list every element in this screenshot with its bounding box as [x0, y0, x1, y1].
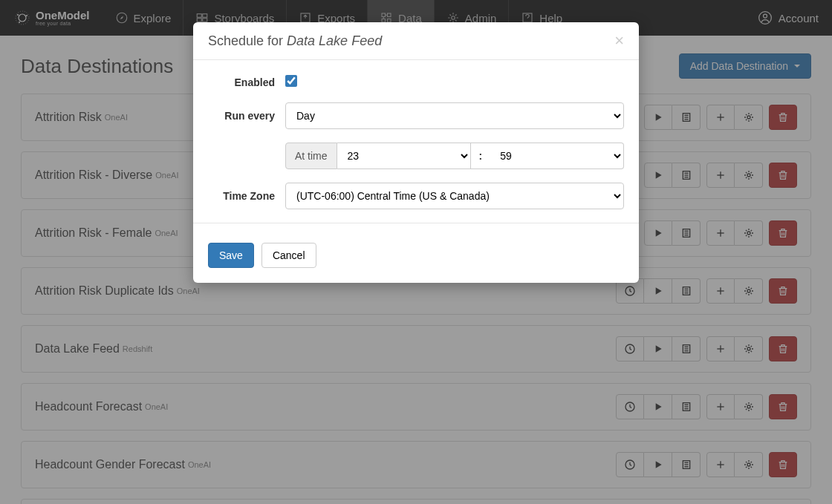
- schedule-modal: Schedule for Data Lake Feed × Enabled Ru…: [193, 22, 639, 283]
- time-colon: :: [471, 143, 490, 169]
- modal-title: Schedule for Data Lake Feed: [208, 33, 382, 49]
- save-button[interactable]: Save: [208, 243, 254, 268]
- modal-overlay[interactable]: Schedule for Data Lake Feed × Enabled Ru…: [0, 0, 832, 504]
- at-time-label: At time: [285, 143, 337, 169]
- enabled-label: Enabled: [208, 76, 275, 88]
- modal-title-prefix: Schedule for: [208, 33, 287, 48]
- modal-title-subject: Data Lake Feed: [287, 33, 382, 48]
- run-every-select[interactable]: Day: [285, 102, 624, 129]
- cancel-button[interactable]: Cancel: [261, 243, 316, 268]
- close-button[interactable]: ×: [614, 33, 624, 49]
- timezone-select[interactable]: (UTC-06:00) Central Time (US & Canada): [285, 183, 624, 209]
- run-every-label: Run every: [208, 110, 275, 122]
- hour-select[interactable]: 23: [337, 143, 472, 169]
- minute-select[interactable]: 59: [490, 143, 624, 169]
- enabled-checkbox[interactable]: [285, 75, 297, 87]
- timezone-label: Time Zone: [208, 190, 275, 202]
